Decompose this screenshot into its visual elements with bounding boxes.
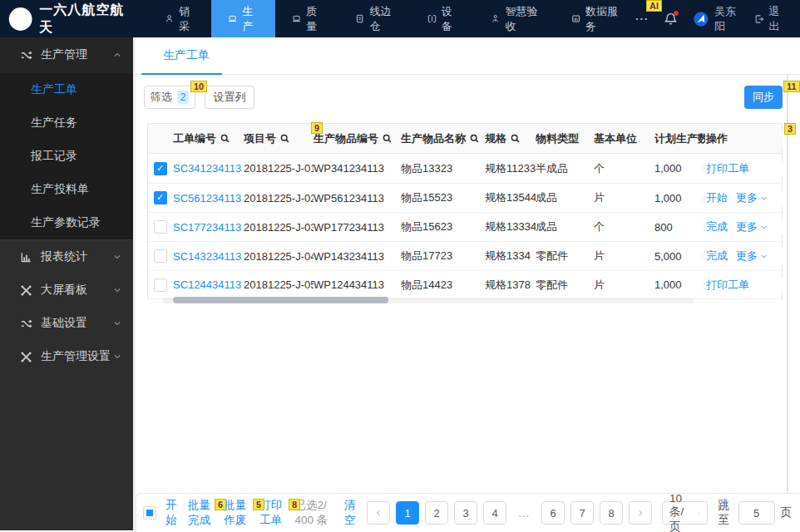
tab-ink-bar: [141, 73, 222, 75]
row-checkbox[interactable]: [154, 191, 167, 204]
item-no: WP143234113: [314, 250, 384, 263]
sidebar-group-basic-settings[interactable]: 基础设置: [0, 307, 133, 340]
logout-label: 退出: [769, 4, 785, 34]
order-no-link[interactable]: SC177234113: [173, 221, 241, 234]
sidebar-item-feeding-order[interactable]: 生产投料单: [0, 173, 133, 206]
batch-void-link[interactable]: 批量作废: [224, 498, 250, 528]
page-button-8[interactable]: 8: [600, 501, 623, 525]
sidebar-item-parameter-record[interactable]: 生产参数记录: [0, 206, 133, 239]
print-workorder-link[interactable]: 打印工单: [706, 278, 749, 293]
page-button-1[interactable]: 1: [396, 501, 419, 525]
print-workorder-link[interactable]: 打印工单: [706, 161, 749, 176]
nav-item-label: 质量: [306, 4, 322, 34]
annotation-badge-ai: AI: [646, 0, 662, 12]
more-label: 更多: [736, 190, 758, 205]
app-window: 一六八航空航天 销采 生产 质量 线边仓 设备 智慧验收 数据服务 ⋯ 吴东阳 …: [0, 0, 800, 532]
main-content: 生产工单 筛选 2 设置列 同步 工单编号 项目号 生产物品编号 生产物品名称 …: [136, 37, 800, 532]
sidebar-item-work-report[interactable]: 报工记录: [0, 140, 133, 173]
data-service-icon: [571, 12, 580, 25]
sidebar-group-report-statistics[interactable]: 报表统计: [0, 240, 133, 273]
order-no-link[interactable]: SC143234113: [173, 250, 241, 263]
page-button-4[interactable]: 4: [483, 501, 506, 525]
select-all-checkbox[interactable]: [143, 506, 156, 520]
sidebar-submenu: 生产工单 生产任务 报工记录 生产投料单 生产参数记录: [0, 73, 133, 240]
sidebar: 生产管理 生产工单 生产任务 报工记录 生产投料单 生产参数记录 报表统计 大屏…: [0, 37, 133, 530]
nav-item-line-warehouse[interactable]: 线边仓: [338, 0, 411, 37]
page-button-6[interactable]: 6: [541, 501, 565, 525]
next-page-button[interactable]: [629, 501, 652, 525]
start-link[interactable]: 开始: [706, 190, 728, 205]
sidebar-group-dashboard[interactable]: 大屏看板: [0, 273, 133, 307]
more-link[interactable]: 更多: [736, 190, 768, 205]
notification-bell-icon[interactable]: [664, 12, 678, 27]
annotation-badge-8: 8: [289, 499, 300, 510]
order-no-link[interactable]: SC561234113: [173, 192, 241, 204]
more-label: 更多: [736, 249, 758, 264]
search-icon[interactable]: [469, 133, 480, 144]
search-icon[interactable]: [279, 133, 290, 144]
sidebar-item-production-task[interactable]: 生产任务: [0, 106, 133, 140]
nav-item-production[interactable]: 生产: [211, 0, 274, 37]
user-menu[interactable]: 吴东阳: [693, 4, 738, 34]
nav-item-data-service[interactable]: 数据服务: [555, 0, 635, 37]
nav-item-procurement[interactable]: 销采: [148, 0, 211, 37]
prev-page-button[interactable]: [367, 501, 390, 525]
nav-item-quality[interactable]: 质量: [275, 0, 338, 37]
logout-button[interactable]: 退出: [754, 4, 785, 34]
more-menu-icon[interactable]: ⋯: [635, 11, 649, 27]
jump-page-input[interactable]: [738, 501, 775, 525]
horizontal-scrollbar-thumb[interactable]: [173, 297, 388, 303]
complete-link[interactable]: 完成: [706, 249, 728, 264]
sidebar-group-production-settings[interactable]: 生产管理设置: [0, 340, 133, 373]
brand-block: 一六八航空航天: [0, 0, 125, 37]
scroll-divider: [787, 75, 788, 493]
laptop-icon: [292, 12, 301, 25]
order-no-link[interactable]: SC341234113: [173, 162, 241, 175]
material-type: 零配件: [536, 249, 568, 264]
annotation-badge-6: 6: [215, 499, 226, 510]
clear-selection-link[interactable]: 清空: [344, 498, 358, 528]
row-checkbox[interactable]: [154, 162, 167, 175]
nav-item-equipment[interactable]: 设备: [411, 0, 474, 37]
spec: 规格112334: [485, 161, 536, 176]
plan-qty: 1,000: [654, 192, 682, 204]
spec: 规格1334: [485, 249, 531, 264]
more-link[interactable]: 更多: [736, 219, 768, 234]
order-no-link[interactable]: SC124434113: [173, 278, 241, 291]
filter-button[interactable]: 筛选 2: [144, 86, 195, 109]
sidebar-item-production-workorder[interactable]: 生产工单: [0, 73, 133, 106]
page-button-2[interactable]: 2: [425, 501, 448, 525]
nav-item-label: 设备: [442, 4, 457, 34]
batch-start-link[interactable]: 开始: [165, 498, 179, 528]
complete-link[interactable]: 完成: [706, 219, 728, 234]
search-icon[interactable]: [382, 133, 393, 144]
material-type: 成品: [536, 219, 557, 234]
page-button-7[interactable]: 7: [570, 501, 594, 525]
column-settings-button[interactable]: 设置列: [205, 86, 254, 109]
tools-icon: [20, 284, 32, 297]
sidebar-group-production-management[interactable]: 生产管理: [0, 37, 133, 73]
tab-production-workorder[interactable]: 生产工单: [163, 48, 210, 63]
sync-button[interactable]: 同步: [744, 86, 783, 109]
page-size-select[interactable]: 10条/页: [662, 501, 708, 525]
chevron-down-icon: [697, 510, 701, 517]
sidebar-group-label: 生产管理: [41, 47, 87, 62]
row-checkbox[interactable]: [154, 220, 167, 234]
chevron-down-icon: [760, 253, 768, 260]
page-button-3[interactable]: 3: [454, 501, 477, 525]
tab-bar: 生产工单: [136, 37, 800, 75]
nav-item-smart-acceptance[interactable]: 智慧验收: [474, 0, 555, 37]
more-link[interactable]: 更多: [736, 249, 768, 264]
unit: 片: [594, 278, 605, 293]
row-checkbox[interactable]: [154, 249, 167, 263]
row-checkbox[interactable]: [154, 278, 167, 292]
inspector-icon: [491, 12, 500, 25]
item-name: 物品14423: [401, 278, 452, 293]
document-icon: [355, 12, 364, 25]
batch-complete-link[interactable]: 批量完成: [188, 498, 215, 528]
page-ellipsis[interactable]: ...: [512, 501, 536, 525]
search-icon[interactable]: [510, 133, 521, 144]
search-icon[interactable]: [220, 133, 230, 144]
page-size-value: 10条/页: [669, 492, 690, 532]
person-icon: [165, 12, 174, 25]
